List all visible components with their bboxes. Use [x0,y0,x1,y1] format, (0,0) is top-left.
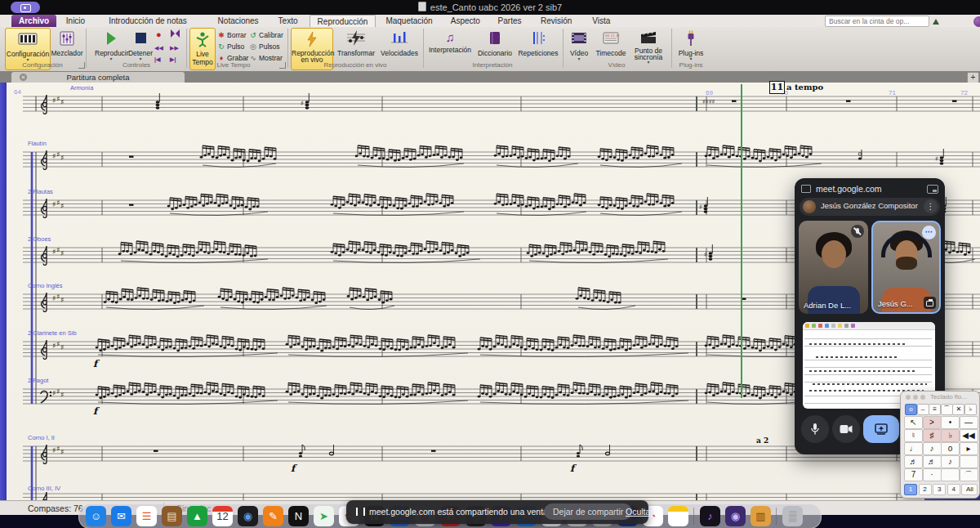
dock-icon-maps[interactable]: ➤ [314,506,334,526]
keypad-layout-tab[interactable]: ‒ [917,404,929,415]
dock-icon-calendar[interactable]: 12 [212,506,233,526]
staff-label: Corno Inglés [28,282,63,289]
zoom-window-icon[interactable] [920,395,925,400]
dock-icon-avid-link[interactable]: ◉ [725,506,746,526]
keypad-key[interactable]: — [960,416,978,429]
configuracion-dialog-launcher[interactable] [78,62,85,69]
keypad-layout-tab[interactable]: ✕ [952,404,964,415]
ribbon-tab-maquetaci-n[interactable]: Maquetación [378,15,439,27]
close-icon[interactable] [906,395,911,400]
keypad-key[interactable]: ♮ [904,429,923,442]
keypad-key[interactable]: ♭ [941,429,960,442]
svg-text:♯: ♯ [704,251,707,258]
keypad-page-3[interactable]: 3 [933,484,946,495]
keypad-key[interactable]: • [941,416,960,429]
keypad-key[interactable]: ◀◀ [960,429,978,442]
keypad-window[interactable]: Teclado flo... o‒≡⌒✕♭↖>•—♮♯♭◀◀♩♪o▸♬♬♪7·⌒… [900,391,980,499]
close-tab-icon[interactable]: ✕ [20,74,27,81]
keypad-titlebar[interactable]: Teclado flo... [901,392,979,402]
ribbon-tab-notaciones[interactable]: Notaciones [211,15,266,27]
keypad-layout-tab[interactable]: ♭ [964,404,977,415]
a2-marking[interactable]: a 2 [756,436,768,445]
calibrate-button[interactable]: ↺Calibrar [249,30,283,41]
tempo-text[interactable]: a tempo [786,83,823,92]
more-options-icon[interactable]: ⋮ [924,199,938,213]
fast-forward-button[interactable]: ▶▶ [170,43,179,53]
keypad-key[interactable]: o [941,442,960,455]
keypad-page-2[interactable]: 2 [919,484,932,495]
keypad-key[interactable]: ⌒ [960,468,978,481]
ribbon-tab-archivo[interactable]: Archivo [11,15,56,27]
keypad-key[interactable]: > [923,416,942,429]
keypad-key[interactable]: · [923,468,942,481]
ribbon-tab-reproducci-n[interactable]: Reproducción [310,15,376,28]
dock-icon-notion[interactable]: N [288,506,309,526]
dynamic-marking[interactable]: f [93,405,97,417]
status-measures: Compases: 76 [28,503,83,513]
keypad-key[interactable]: ♯ [923,429,942,442]
keypad-key[interactable]: ▸ [960,442,978,455]
keypad-key[interactable] [941,468,960,481]
help-orb-icon[interactable] [973,16,980,27]
expand-tile-icon[interactable] [924,297,936,309]
dock-icon-sibelius[interactable]: ♪ [700,506,720,526]
keypad-key[interactable] [960,455,978,468]
live-tempo-beat-button[interactable]: ↻Pulso [217,42,244,52]
ribbon-tab-vista[interactable]: Vista [585,15,617,27]
present-screen-button[interactable] [863,415,899,443]
dock-icon-archive-app[interactable]: ▥ [751,506,771,526]
ribbon-tab-texto[interactable]: Texto [271,15,305,27]
dynamic-marking[interactable]: f [570,463,574,474]
keypad-layout-tab[interactable]: ⌒ [941,404,953,415]
dynamic-marking[interactable]: f [291,463,295,474]
keypad-key[interactable]: ♪ [923,442,942,455]
live-tempo-clear-button[interactable]: ✱Borrar [217,30,247,41]
mic-button[interactable] [801,415,829,443]
keypad-key[interactable]: ♪ [941,455,960,468]
dock-icon-trash[interactable]: ▒ [782,506,803,526]
keypad-key[interactable]: ↖ [904,416,923,429]
dock-icon-siri[interactable]: ◉ [238,506,258,526]
keypad-page-1[interactable]: 1 [904,484,917,495]
video-tile-jesus[interactable]: ⋯ Jesús G... [871,221,941,314]
record-button[interactable]: ● [156,29,162,40]
dock-icon-finder[interactable]: ☺ [86,506,106,526]
rewind-button[interactable]: ◀◀ [154,43,163,53]
ribbon-tab-inicio[interactable]: Inicio [59,15,92,27]
video-tile-adrian[interactable]: Adrian De L... [799,221,868,314]
keypad-page-4[interactable]: 4 [947,484,960,495]
camera-button[interactable] [832,415,860,443]
keypad-page-All[interactable]: All [961,484,978,495]
dock-icon-reminders[interactable]: ☰ [136,506,157,526]
dock-icon-notes[interactable] [668,506,688,526]
hide-notification-link[interactable]: Ocultar [626,507,653,517]
keypad-key[interactable]: ♬ [923,455,942,468]
participant-pill[interactable]: Jesús González Compositor (Tú, p... ⋮ [800,198,940,216]
dock-icon-stocks[interactable]: ▲ [187,506,207,526]
keypad-key[interactable]: ♩ [904,442,923,455]
keypad-layout-tab[interactable]: o [905,404,917,415]
tab-partitura-completa[interactable]: Partitura completa [11,72,185,83]
move-playback-line-button[interactable] [171,29,180,40]
keypad-key[interactable]: 7 [904,468,923,481]
stop-sharing-button[interactable]: Dejar de compartir [544,503,632,520]
collapse-ribbon-icon[interactable] [933,19,939,25]
ribbon-tab-revisi-n[interactable]: Revisión [533,15,579,27]
picture-in-picture-icon[interactable] [927,185,938,194]
ribbon-search-input[interactable] [825,16,929,27]
keypad-key[interactable]: ♬ [904,455,923,468]
tile-more-options-icon[interactable]: ⋯ [922,226,936,239]
dock-icon-mail[interactable]: ✉ [111,506,131,526]
rehearsal-mark[interactable]: 11 [769,81,785,94]
minimize-icon[interactable] [913,395,918,400]
ribbon-tab-partes[interactable]: Partes [491,15,529,27]
live-tempo-dialog-launcher[interactable] [279,62,286,69]
ribbon-tab-introducci-n-de-notas[interactable]: Introducción de notas [101,15,194,27]
dynamic-marking[interactable]: f [93,358,97,369]
dock-icon-pen-app[interactable]: ✎ [263,506,283,526]
keypad-layout-tab[interactable]: ≡ [929,404,941,415]
ribbon-tab-aspecto[interactable]: Aspecto [443,15,488,27]
dock-icon-books[interactable]: ▤ [162,506,182,526]
beats-button[interactable]: ◎Pulsos [249,42,280,52]
new-tab-button[interactable]: + [967,72,979,83]
